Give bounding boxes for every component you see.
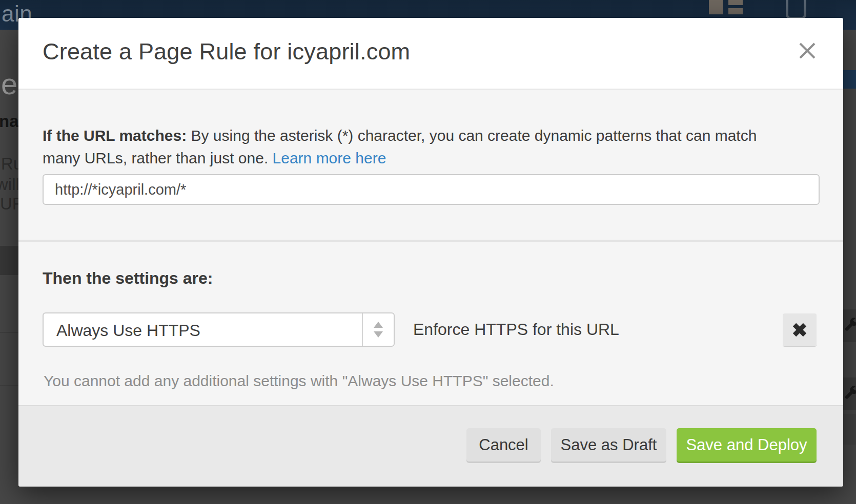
learn-more-link[interactable]: Learn more here <box>273 150 386 166</box>
background-blue-button-fragment <box>843 70 856 89</box>
panel-outline-icon <box>786 0 806 19</box>
url-match-label: If the URL matches: <box>43 127 187 144</box>
modal-body: If the URL matches: By using the asteris… <box>18 90 843 406</box>
settings-heading: Then the settings are: <box>43 269 213 288</box>
close-button[interactable] <box>796 39 819 62</box>
url-match-description: If the URL matches: By using the asteris… <box>43 124 770 170</box>
wrench-icon <box>844 318 856 333</box>
modal-title: Create a Page Rule for icyapril.com <box>43 38 410 65</box>
background-right-strip <box>843 30 856 504</box>
setting-description: Enforce HTTPS for this URL <box>413 320 619 339</box>
stepper-down-icon <box>374 331 383 338</box>
background-row-fragment <box>843 414 856 445</box>
close-icon <box>796 39 819 62</box>
background-table-header-fragment <box>0 246 18 275</box>
background-heading-fragment: e <box>1 67 17 101</box>
url-pattern-input[interactable] <box>43 174 820 205</box>
background-row-divider <box>0 332 18 333</box>
page-rule-modal: Create a Page Rule for icyapril.com If t… <box>18 18 843 487</box>
background-row-divider <box>0 385 18 386</box>
background-left-strip: e nav Ru will UR <box>0 30 18 504</box>
background-text-fragment: nav <box>0 112 18 131</box>
save-as-draft-button[interactable]: Save as Draft <box>551 428 666 461</box>
section-divider <box>18 240 843 242</box>
remove-setting-button[interactable] <box>783 313 817 346</box>
save-and-deploy-button[interactable]: Save and Deploy <box>677 428 817 461</box>
layout-grid-icon-bar <box>728 0 743 5</box>
layout-grid-icon-square <box>709 0 723 14</box>
remove-setting-icon <box>791 321 808 339</box>
modal-header: Create a Page Rule for icyapril.com <box>18 18 843 90</box>
modal-footer: Cancel Save as Draft Save and Deploy <box>18 405 843 487</box>
background-row-action-fragment <box>843 377 856 410</box>
select-stepper[interactable] <box>362 313 394 346</box>
wrench-icon <box>844 386 856 401</box>
setting-helper-text: You cannot add any additional settings w… <box>44 372 554 390</box>
background-text-fragment: Ru <box>1 154 18 174</box>
layout-grid-icon-bar <box>728 8 743 14</box>
setting-select-value: Always Use HTTPS <box>56 321 200 340</box>
background-text-fragment: UR <box>0 194 18 214</box>
stepper-up-icon <box>374 322 383 328</box>
background-text-fragment: will <box>0 175 18 194</box>
screenshot-root: ain. e nav Ru will UR <box>0 0 856 504</box>
cancel-button[interactable]: Cancel <box>466 428 541 461</box>
background-row-action-fragment <box>843 309 856 342</box>
setting-select[interactable]: Always Use HTTPS <box>43 312 395 347</box>
layout-grid-icon <box>709 0 746 15</box>
